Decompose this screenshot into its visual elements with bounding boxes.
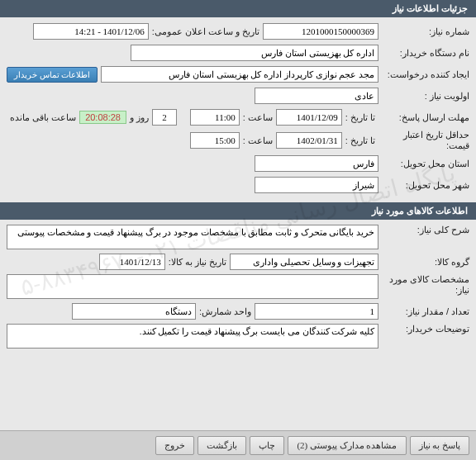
field-deadline-date: [276, 109, 342, 126]
field-buyer-org: [131, 45, 378, 61]
bottom-toolbar: پاسخ به نیاز مشاهده مدارک پیوستی (2) چاپ…: [0, 430, 476, 460]
field-requester: [101, 66, 378, 83]
contact-buyer-button[interactable]: اطلاعات تماس خریدار: [7, 67, 98, 83]
field-announce-datetime: [33, 23, 149, 40]
label-priority: اولویت نیاز :: [378, 91, 469, 102]
print-button[interactable]: چاپ: [250, 436, 284, 455]
label-goods-group: گروه کالا:: [378, 257, 469, 268]
field-deadline-time: [190, 109, 240, 126]
label-days-and: روز و: [126, 112, 152, 123]
field-unit: [72, 303, 196, 320]
form-need-details: شماره نیاز: تاریخ و ساعت اعلان عمومی: نا…: [0, 17, 476, 202]
label-time-1: ساعت :: [240, 112, 276, 123]
exit-button[interactable]: خروج: [155, 436, 194, 455]
field-priority: [255, 88, 378, 104]
field-need-number: [263, 23, 378, 40]
countdown-timer: 20:08:28: [79, 111, 126, 124]
label-buyer-org: نام دستگاه خریدار:: [378, 48, 469, 59]
field-need-date-goods: [99, 254, 165, 270]
field-province: [255, 155, 378, 172]
section-need-details: جزئیات اطلاعات نیاز: [0, 0, 476, 17]
label-to-date-1: تا تاریخ :: [342, 112, 378, 123]
label-unit: واحد شمارش:: [196, 306, 255, 317]
label-price-validity: حداقل تاریخ اعتبار قیمت:: [378, 130, 469, 151]
back-button[interactable]: بازگشت: [198, 436, 246, 455]
label-buyer-notes: توضیحات خریدار:: [378, 324, 469, 334]
label-to-date-2: تا تاریخ :: [342, 135, 378, 146]
section-goods-info: اطلاعات کالاهای مورد نیاز: [0, 202, 476, 220]
label-city: شهر محل تحویل:: [378, 180, 469, 191]
field-qty: [255, 303, 378, 320]
respond-button[interactable]: پاسخ به نیاز: [410, 436, 470, 455]
attachments-button[interactable]: مشاهده مدارک پیوستی (2): [288, 436, 406, 455]
label-province: استان محل تحویل:: [378, 159, 469, 169]
label-announce-datetime: تاریخ و ساعت اعلان عمومی:: [149, 26, 263, 37]
label-goods-spec: مشخصات کالای مورد نیاز:: [378, 274, 469, 296]
label-need-desc: شرح کلی نیاز:: [378, 225, 469, 235]
field-goods-group: [230, 254, 378, 270]
label-requester: ایجاد کننده درخواست:: [378, 69, 469, 80]
field-days-left: [152, 109, 177, 126]
label-qty: تعداد / مقدار نیاز:: [378, 306, 469, 317]
field-buyer-notes: [7, 324, 378, 349]
label-response-deadline: مهلت ارسال پاسخ:: [378, 112, 469, 123]
field-need-desc: [7, 225, 378, 249]
label-need-date-goods: تاریخ نیاز به کالا:: [165, 257, 230, 268]
label-need-number: شماره نیاز:: [378, 26, 469, 37]
field-validity-date: [276, 132, 342, 149]
form-goods-info: شرح کلی نیاز: گروه کالا: تاریخ نیاز به ک…: [0, 220, 476, 357]
field-city: [255, 177, 378, 193]
field-validity-time: [190, 132, 240, 149]
label-time-remaining: ساعت باقی مانده: [7, 112, 79, 123]
label-time-2: ساعت :: [240, 135, 276, 146]
field-goods-spec: [7, 274, 378, 299]
